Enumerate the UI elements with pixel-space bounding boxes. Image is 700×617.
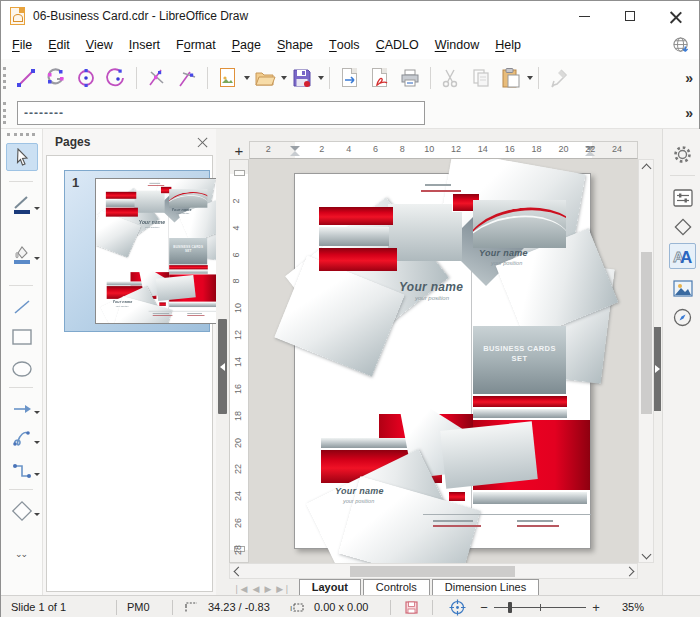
maximize-button[interactable] — [607, 1, 653, 31]
horizontal-scrollbar-thumb[interactable] — [350, 566, 515, 577]
ellipse-tool-button[interactable] — [6, 355, 38, 383]
last-slide-button[interactable]: ▶❘ — [276, 584, 290, 594]
page-thumbnail-selected[interactable]: 1 — [64, 170, 210, 332]
toolbar-more-chevron[interactable]: ⌄⌄ — [15, 549, 26, 559]
panel-collapse-handle[interactable] — [218, 319, 227, 414]
zoom-level[interactable]: 35% — [612, 601, 654, 613]
select-tool-button[interactable] — [6, 143, 38, 171]
layer-indicator[interactable]: PM0 — [117, 601, 172, 613]
menu-item-page[interactable]: Page — [224, 31, 269, 59]
zoom-slider[interactable] — [494, 601, 586, 614]
update-globe-icon[interactable] — [672, 36, 691, 55]
basic-shapes-tool-button[interactable] — [6, 497, 38, 525]
cad-arc-tool-button[interactable] — [101, 64, 131, 92]
line-style-tool-button[interactable] — [6, 191, 38, 219]
cad-trim-tool-button[interactable] — [142, 64, 172, 92]
tab-layout[interactable]: Layout — [299, 579, 361, 595]
h-ruler[interactable]: 224681012141618202224 — [249, 141, 638, 159]
line-style-dropdown[interactable] — [34, 207, 40, 210]
previous-slide-button[interactable]: ◀ — [252, 584, 259, 594]
toolbar-overflow-button[interactable]: » — [685, 70, 693, 86]
toolbar-grip[interactable] — [3, 67, 7, 89]
sidebar-shapes-button[interactable] — [669, 214, 696, 240]
fill-color-tool-button[interactable] — [6, 241, 38, 269]
pages-list[interactable]: 1 — [46, 155, 213, 592]
toolbar2-overflow-button[interactable]: » — [685, 105, 693, 121]
scroll-down-button[interactable] — [639, 547, 653, 561]
scroll-left-button[interactable] — [231, 564, 245, 578]
sidebar-settings-button[interactable] — [669, 141, 696, 167]
clone-formatting-button[interactable] — [544, 64, 574, 92]
basic-shapes-dropdown[interactable] — [34, 513, 40, 516]
arrow-line-tool-button[interactable] — [6, 395, 38, 423]
document-modified-icon[interactable] — [405, 601, 418, 614]
close-button[interactable] — [653, 1, 699, 31]
document-page[interactable]: Your name your position Your name your p… — [294, 173, 591, 549]
connector-dropdown[interactable] — [34, 473, 40, 476]
v-ruler[interactable]: 246810121416182022242628 — [229, 159, 249, 563]
ruler-origin-button[interactable]: + — [229, 141, 249, 159]
tab-dimension-lines[interactable]: Dimension Lines — [432, 579, 539, 595]
toolbar-grip[interactable] — [7, 133, 35, 136]
print-button[interactable] — [395, 64, 425, 92]
zoom-slider-thumb[interactable] — [508, 602, 512, 613]
top-margin-marker[interactable] — [234, 170, 245, 176]
toolbar-grip[interactable] — [3, 102, 7, 124]
fit-slide-icon[interactable] — [449, 599, 466, 616]
minimize-button[interactable] — [561, 1, 607, 31]
paste-button[interactable] — [496, 64, 526, 92]
tab-controls[interactable]: Controls — [363, 579, 430, 595]
sidebar-splitter[interactable] — [654, 129, 662, 595]
connector-tool-button[interactable] — [6, 457, 38, 485]
rectangle-tool-button[interactable] — [6, 323, 38, 351]
paste-dropdown[interactable] — [527, 76, 533, 80]
cad-line-tool-button[interactable] — [11, 64, 41, 92]
save-dropdown[interactable] — [318, 76, 324, 80]
zoom-out-button[interactable]: − — [478, 600, 490, 615]
menu-item-edit[interactable]: Edit — [40, 31, 78, 59]
curve-dropdown[interactable] — [34, 441, 40, 444]
horizontal-scrollbar[interactable] — [229, 563, 638, 579]
vertical-scrollbar-thumb[interactable] — [641, 252, 652, 414]
first-slide-button[interactable]: ❘◀ — [233, 584, 247, 594]
menu-item-cadlo[interactable]: CADLO — [368, 31, 427, 59]
cad-curve-tool-button[interactable] — [41, 64, 71, 92]
pages-panel-close-icon[interactable] — [197, 137, 208, 148]
menu-item-insert[interactable]: Insert — [121, 31, 168, 59]
copy-button[interactable] — [466, 64, 496, 92]
page-artwork[interactable]: Your name your position Your name your p… — [295, 174, 592, 550]
new-document-button[interactable] — [213, 64, 243, 92]
sidebar-navigator-button[interactable] — [669, 304, 696, 330]
arrow-line-dropdown[interactable] — [34, 411, 40, 414]
panel-splitter[interactable] — [216, 129, 229, 595]
menu-item-shape[interactable]: Shape — [269, 31, 321, 59]
scroll-up-button[interactable] — [639, 161, 653, 175]
sidebar-character-button[interactable]: AA — [669, 243, 696, 269]
sidebar-collapse-handle[interactable] — [654, 327, 661, 411]
zoom-in-button[interactable]: + — [590, 600, 602, 615]
fill-color-dropdown[interactable] — [34, 257, 40, 260]
sidebar-properties-button[interactable] — [669, 185, 696, 211]
export-button[interactable] — [335, 64, 365, 92]
drawing-canvas[interactable]: Your name your position Your name your p… — [249, 159, 638, 563]
open-button[interactable] — [250, 64, 280, 92]
cut-button[interactable] — [436, 64, 466, 92]
menu-item-tools[interactable]: Tools — [321, 31, 368, 59]
curve-tool-button[interactable] — [6, 425, 38, 453]
menu-item-format[interactable]: Format — [168, 31, 224, 59]
page-artwork[interactable]: Your name your position Your name your p… — [96, 179, 217, 324]
menu-item-window[interactable]: Window — [427, 31, 487, 59]
menu-item-help[interactable]: Help — [487, 31, 529, 59]
cad-extend-tool-button[interactable] — [172, 64, 202, 92]
save-button[interactable] — [287, 64, 317, 92]
line-style-input[interactable] — [17, 101, 425, 125]
sidebar-gallery-button[interactable] — [669, 275, 696, 301]
vertical-scrollbar[interactable] — [638, 159, 654, 563]
menu-item-file[interactable]: File — [4, 31, 40, 59]
cad-circle-tool-button[interactable] — [71, 64, 101, 92]
line-tool-button[interactable] — [6, 293, 38, 321]
menu-item-view[interactable]: View — [78, 31, 121, 59]
next-slide-button[interactable]: ▶ — [264, 584, 271, 594]
export-pdf-button[interactable] — [365, 64, 395, 92]
scroll-right-button[interactable] — [622, 564, 636, 578]
